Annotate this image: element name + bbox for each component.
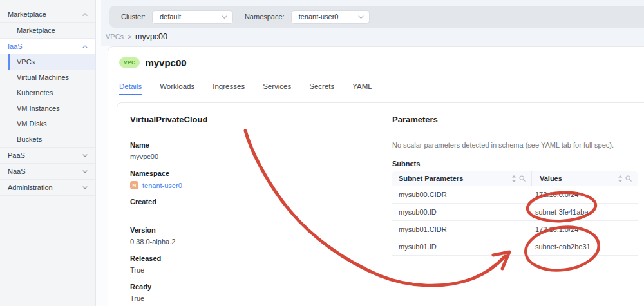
sidebar-section-label: PaaS xyxy=(8,151,25,159)
sidebar-item-label: Virtual Machines xyxy=(17,73,69,81)
search-icon[interactable] xyxy=(625,175,632,182)
sidebar-section-label: Administration xyxy=(8,184,53,191)
sidebar-item-label: VM Instances xyxy=(17,104,60,112)
table-row: mysub00.ID subnet-3fe41aba xyxy=(392,204,638,221)
tab-yaml[interactable]: YAML xyxy=(352,77,372,95)
chevron-down-icon xyxy=(358,13,364,21)
cluster-selected-value: default xyxy=(160,13,181,21)
sidebar-item-virtual-machines[interactable]: Virtual Machines xyxy=(0,70,95,85)
namespace-link[interactable]: tenant-user0 xyxy=(142,182,182,189)
subnet-value-cell: subnet-3fe41aba xyxy=(531,208,638,216)
subnet-value-cell: 172.16.0.0/24 xyxy=(531,191,638,198)
context-toolbar: Cluster: default Namespace: tenant-user0 xyxy=(109,6,644,28)
sidebar-item-label: VM Disks xyxy=(17,120,46,128)
field-value: N tenant-user0 xyxy=(130,181,381,189)
field-released: Released True xyxy=(130,254,381,274)
search-icon[interactable] xyxy=(519,175,526,182)
column-header-subnet-parameters[interactable]: Subnet Parameters xyxy=(392,171,531,186)
field-ready: Ready True xyxy=(130,283,381,303)
chevron-down-icon xyxy=(222,13,227,21)
subnets-table-header: Subnet Parameters Values xyxy=(392,171,638,186)
sidebar: Marketplace Marketplace IaaS VPCs Virtua… xyxy=(0,0,96,306)
namespace-avatar: N xyxy=(130,181,138,189)
field-label: Name xyxy=(130,141,381,149)
vpc-detail-card: VPC myvpc00 Details Workloads Ingresses … xyxy=(108,46,644,306)
subnet-value-cell: 172.16.1.0/24 xyxy=(531,225,638,233)
parameters-column: Parameters No scalar parameters detected… xyxy=(392,110,638,256)
field-label: Ready xyxy=(130,283,381,291)
sidebar-item-label: Marketplace xyxy=(17,26,55,34)
chevron-down-icon xyxy=(82,154,88,157)
sidebar-item-label: Buckets xyxy=(17,135,42,143)
tab-secrets[interactable]: Secrets xyxy=(309,77,334,95)
vpc-kind-badge: VPC xyxy=(119,57,140,68)
sidebar-section-label: IaaS xyxy=(8,43,23,50)
page-title-row: VPC myvpc00 xyxy=(119,56,187,69)
tab-services[interactable]: Services xyxy=(263,77,291,95)
parameters-note: No scalar parameters detected in schema … xyxy=(392,141,638,149)
sidebar-section-paas[interactable]: PaaS xyxy=(0,148,95,163)
parameters-heading: Parameters xyxy=(392,115,638,124)
column-header-values[interactable]: Values xyxy=(531,171,638,186)
sidebar-section-label: NaaS xyxy=(8,167,26,175)
sidebar-item-vm-disks[interactable]: VM Disks xyxy=(0,116,95,131)
namespace-selected-value: tenant-user0 xyxy=(299,13,339,21)
chevron-down-icon xyxy=(82,186,88,189)
details-panel: VirtualPrivateCloud Name myvpc00 Namespa… xyxy=(117,102,644,306)
field-value: True xyxy=(130,294,381,303)
sidebar-section-marketplace[interactable]: Marketplace xyxy=(0,6,95,22)
breadcrumb-vpcs-link[interactable]: VPCs xyxy=(106,33,124,41)
subnet-param-cell: mysub00.ID xyxy=(392,208,531,216)
table-row: mysub01.ID subnet-eab2be31 xyxy=(392,238,638,256)
sidebar-item-label: Kubernetes xyxy=(17,89,53,97)
sidebar-section-iaas[interactable]: IaaS xyxy=(0,39,95,54)
breadcrumb-separator: > xyxy=(128,33,131,41)
sort-icon[interactable] xyxy=(618,175,623,182)
tab-workloads[interactable]: Workloads xyxy=(160,77,194,95)
sidebar-item-vpcs[interactable]: VPCs xyxy=(8,54,95,70)
breadcrumb-current: myvpc00 xyxy=(135,32,167,41)
sidebar-divider xyxy=(0,195,95,196)
sidebar-item-kubernetes[interactable]: Kubernetes xyxy=(0,85,95,100)
field-label: Released xyxy=(130,254,381,262)
cluster-select[interactable]: default xyxy=(152,10,233,24)
resource-summary-column: VirtualPrivateCloud Name myvpc00 Namespa… xyxy=(130,110,381,303)
tab-ingresses[interactable]: Ingresses xyxy=(213,77,245,95)
field-name: Name myvpc00 xyxy=(130,141,381,161)
subnet-param-cell: mysub01.CIDR xyxy=(392,225,531,233)
field-namespace: Namespace N tenant-user0 xyxy=(130,169,381,189)
sidebar-section-label: Marketplace xyxy=(8,10,46,18)
sidebar-section-naas[interactable]: NaaS xyxy=(0,164,95,179)
app-window: Marketplace Marketplace IaaS VPCs Virtua… xyxy=(0,0,644,306)
chevron-up-icon xyxy=(82,45,88,48)
field-value: True xyxy=(130,266,381,274)
sort-icon[interactable] xyxy=(511,175,516,182)
tab-bar: Details Workloads Ingresses Services Sec… xyxy=(119,77,644,95)
subnets-table: Subnet Parameters Values xyxy=(392,171,638,256)
field-label: Created xyxy=(130,198,381,206)
chevron-down-icon xyxy=(82,170,88,173)
sidebar-item-vm-instances[interactable]: VM Instances xyxy=(0,100,95,116)
table-row: mysub00.CIDR 172.16.0.0/24 xyxy=(392,186,638,204)
field-label: Namespace xyxy=(130,169,381,177)
cluster-label: Cluster: xyxy=(121,13,146,21)
sidebar-item-label: VPCs xyxy=(17,58,35,66)
sidebar-section-administration[interactable]: Administration xyxy=(0,180,95,195)
namespace-select[interactable]: tenant-user0 xyxy=(291,10,370,24)
chevron-up-icon xyxy=(82,13,88,16)
page-title: myvpc00 xyxy=(145,57,186,68)
subnet-param-cell: mysub00.CIDR xyxy=(392,191,531,198)
table-row: mysub01.CIDR 172.16.1.0/24 xyxy=(392,221,638,238)
namespace-label: Namespace: xyxy=(245,13,285,21)
sidebar-item-marketplace[interactable]: Marketplace xyxy=(0,23,95,38)
field-value: myvpc00 xyxy=(130,153,381,161)
field-value xyxy=(130,209,381,218)
subnet-param-cell: mysub01.ID xyxy=(392,243,531,251)
field-label: Version xyxy=(130,226,381,234)
tab-details[interactable]: Details xyxy=(119,77,142,95)
field-created: Created xyxy=(130,198,381,218)
subnets-label: Subnets xyxy=(392,160,638,167)
field-value: 0.38.0-alpha.2 xyxy=(130,238,381,246)
breadcrumb: VPCs > myvpc00 xyxy=(106,32,167,41)
sidebar-item-buckets[interactable]: Buckets xyxy=(0,131,95,147)
